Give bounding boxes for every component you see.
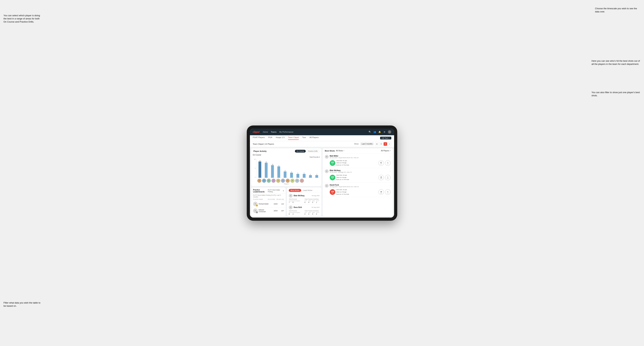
bar-group: 3	[301, 173, 307, 177]
dist-zero-unit: yds	[387, 163, 388, 164]
players-filter[interactable]: All Players ▾	[381, 150, 390, 152]
practice-toggle[interactable]: Practice Drills	[306, 150, 319, 153]
bar-value: 2	[316, 174, 317, 175]
bar-value: 3	[298, 173, 298, 174]
y-label-10: 10	[253, 159, 256, 160]
dist-val: 67	[380, 162, 382, 163]
least-active-tab[interactable]: Least Active	[301, 189, 314, 192]
filter-label: Total Rounds	[310, 156, 319, 158]
chart-filter-select[interactable]: Total Rounds ▾	[310, 156, 320, 158]
player-avatar: E	[295, 178, 299, 183]
most-active-tab[interactable]: Most Active	[289, 189, 301, 192]
active-players: B Blair McHarg 26 Aug 2023 Total Rounds …	[287, 193, 321, 216]
annotation-right-bot: You can also filter to show just one pla…	[592, 91, 640, 97]
bar-group: 10	[270, 164, 275, 177]
subnav-all-players[interactable]: All Players	[310, 136, 319, 140]
shot-chevron-icon: ›	[390, 170, 390, 173]
bar-group: 4	[288, 171, 294, 178]
shot-item[interactable]: D David Ford 24 Aug 2023 · Royal North D…	[323, 182, 393, 197]
player-activity-header: Player Activity On Course Practice Drill…	[251, 148, 321, 153]
sub-nav: PGAT Players PGA Hcaps 1-5 Team Clippd T…	[250, 135, 394, 141]
bar-value: 5	[285, 170, 286, 171]
dist-zero: 0	[388, 176, 388, 178]
subnav-team-clippd[interactable]: Team Clippd	[288, 136, 299, 140]
team-header-right: Show: Last 3 months ⊞ ☰ ♥ ≡	[354, 142, 391, 146]
shot-player-row: B Blair McHarg 23 Jul 2023 · Ashridge GC…	[325, 169, 390, 173]
shot-stats-row: 198 SG Shot Dist: 16 yds Start Lie: Roug…	[330, 189, 390, 195]
nav-links: Home Teams My Performance	[263, 131, 365, 133]
time-select[interactable]: Last 3 months	[360, 142, 374, 145]
stat-label-practice: Total Practice Activities	[304, 198, 320, 200]
practice-title: Practice Leaderboards	[253, 189, 268, 193]
active-player-avatar: R	[289, 205, 292, 209]
shot-dist-info: Shot Dist: 67 yds Start Lie: Rough End L…	[336, 160, 377, 166]
dist-unit: yds	[380, 192, 382, 193]
dist-circle-zero: 0 yds	[385, 160, 390, 166]
practice-avg: 110	[278, 203, 284, 205]
users-icon[interactable]: 👥	[373, 130, 376, 134]
subnav-pgat[interactable]: PGAT Players	[253, 136, 265, 140]
stat-col-tournament-label: Tournament	[289, 200, 295, 201]
stat-sub-practice-vals: 0 0 0 1	[304, 201, 320, 203]
end-lie: End Lie: In The Hole	[336, 164, 377, 166]
bell-icon[interactable]: 🔔	[378, 130, 381, 134]
practice-player-name: Richard Butler	[259, 203, 271, 205]
chart-filter-row: Total Rounds ▾	[253, 156, 320, 158]
nav-teams[interactable]: Teams	[271, 131, 276, 133]
shot-stats-row: 200 SG Shot Dist: 43 yds Start Lie: Roug…	[330, 174, 390, 181]
dist-unit: yds	[380, 178, 382, 179]
player-avatar: D	[267, 178, 271, 183]
nav-home[interactable]: Home	[263, 131, 268, 133]
list-view-btn[interactable]: ☰	[380, 142, 383, 146]
practice-drill[interactable]: PUTT Must Make Putting ... ▾	[268, 189, 284, 192]
settings-view-btn[interactable]: ≡	[388, 142, 391, 146]
shot-stats-row: 200 SG Shot Dist: 67 yds Start Lie: Roug…	[330, 160, 390, 166]
search-icon[interactable]: 🔍	[368, 130, 371, 134]
start-lie: Start Lie: Rough	[336, 191, 377, 193]
bar	[315, 175, 318, 177]
end-lie: End Lie: In The Hole	[336, 178, 377, 181]
bar	[278, 166, 280, 177]
shot-item[interactable]: B Blair McHarg 23 Jul 2023 · Ashridge GC…	[323, 168, 393, 182]
add-team-button[interactable]: Add Team +	[380, 137, 391, 140]
player-activity-title: Player Activity	[254, 150, 266, 152]
team-header: Team Clippd | 14 Players Show: Last 3 mo…	[250, 141, 394, 147]
plus-icon[interactable]: ⊕	[383, 130, 386, 134]
app-label: APP	[308, 212, 312, 213]
bar-chart: 0 5 10 13 12 10 9 5 4 3 3 2	[253, 159, 320, 178]
practice-table-header: PLAYER NAME PB SCORE PB AVG SQ	[251, 198, 286, 200]
shot-player-name: Blair McHarg	[330, 170, 389, 172]
subnav-pga[interactable]: PGA	[268, 136, 272, 140]
active-player-date: 02 Sep 2023	[312, 206, 320, 208]
subnav-tour[interactable]: Tour	[302, 136, 306, 140]
grid-view-btn[interactable]: ⊞	[375, 142, 379, 146]
end-lie: End Lie: In The Hole	[336, 193, 377, 195]
badge-num: 200	[331, 162, 334, 163]
shot-player-name: Matt Miller	[330, 155, 389, 157]
shot-dist: Shot Dist: 16 yds	[336, 189, 377, 191]
bar	[258, 162, 261, 178]
view-icons: ⊞ ☰ ♥ ≡	[375, 142, 391, 146]
practice-row: E 2 Edward Crossman 18/20 107	[251, 207, 286, 214]
active-header: Most Active Least Active	[287, 187, 321, 193]
on-course-toggle[interactable]: On Course	[295, 150, 306, 153]
avatar[interactable]: U	[388, 130, 391, 134]
stat-label-practice: Total Practice Activities	[304, 210, 320, 212]
nav-my-performance[interactable]: My Performance	[279, 131, 294, 133]
start-lie: Start Lie: Rough	[336, 176, 377, 179]
shot-player-avatar: B	[325, 169, 329, 173]
best-shots-card: Best Shots All Shots ▾ All Players ▾ M M…	[323, 148, 393, 216]
dist-circle: 67 yds	[378, 160, 384, 166]
bar	[309, 175, 312, 177]
stat-group-rounds: Total Rounds Tournament Practice 8 4	[289, 210, 304, 215]
shot-player-row: M Matt Miller 09 Jun 2023 · Royal North …	[325, 155, 390, 159]
heart-view-btn[interactable]: ♥	[384, 142, 387, 146]
shot-badge: 198 SG	[330, 189, 335, 195]
arg-label: ARG	[312, 212, 316, 213]
shots-filter[interactable]: All Shots ▾	[336, 150, 344, 152]
bar	[271, 165, 274, 177]
subnav-hcaps[interactable]: Hcaps 1-5	[276, 136, 284, 140]
badge-sub: SG	[332, 192, 334, 194]
shot-item[interactable]: M Matt Miller 09 Jun 2023 · Royal North …	[323, 154, 393, 168]
app-val: 0	[308, 201, 312, 203]
